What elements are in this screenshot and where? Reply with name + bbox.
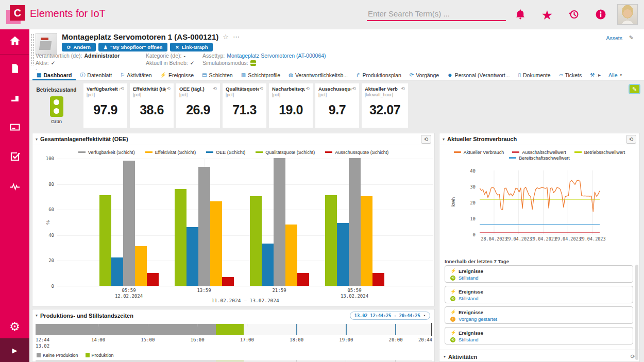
legend-item-verfügbarkeit-schicht[interactable]: Verfügbarkeit (Schicht) [78, 150, 135, 155]
dashboard-edit-button[interactable]: ✎ [629, 84, 640, 94]
time-range-dropdown[interactable]: 13.02 12:44:25 - 20:44:25 ▾ [350, 312, 430, 320]
collapse-triangle-icon[interactable]: ▾ [36, 137, 38, 142]
tab-verantwortlichkeitsb[interactable]: ◍Verantwortlichkeitsb... [284, 70, 352, 80]
lightning-icon: ⚡ [450, 288, 455, 295]
tab-ereignisse[interactable]: ⚡Ereignisse [156, 70, 198, 80]
tab-schichtprofile[interactable]: ▥Schichtprofile [237, 70, 284, 80]
legend-item-produktion[interactable]: Produktion [86, 353, 114, 358]
legend-item-ausschaltschwellwert[interactable]: Ausschaltschwellwert [512, 150, 566, 155]
sidebar-collapse-button[interactable]: ▶ [0, 338, 29, 362]
history-icon[interactable]: ⟲ [213, 86, 217, 91]
event-card[interactable]: ⚡Ereignisse⟲Stillstand [445, 327, 633, 344]
tab-dokumente[interactable]: ▯Dokumente [514, 70, 554, 80]
tab-overflow-chevron-icon[interactable]: ▸ [597, 70, 602, 80]
history-icon[interactable]: ⟲ [166, 86, 171, 91]
tab-datenblatt[interactable]: ⓘDatenblatt [76, 70, 116, 80]
sidebar-item-monitoring[interactable] [0, 172, 29, 201]
bar-ausschussquote-schicht[interactable] [222, 277, 234, 286]
history-icon[interactable]: ⟲ [401, 86, 405, 91]
sidebar-item-cards[interactable] [0, 113, 29, 143]
bar-oee-schicht[interactable] [187, 227, 198, 286]
sidebar-item-settings[interactable]: ⚙ [0, 315, 29, 338]
tab-produktionsplan[interactable]: ↱Produktionsplan [352, 70, 405, 80]
notifications-bell-icon[interactable] [514, 9, 527, 21]
bar-effektivität-schicht[interactable] [285, 225, 297, 286]
bar-ausschussquote-schicht[interactable] [297, 273, 309, 286]
tab-tickets[interactable]: ▱Tickets [555, 70, 586, 80]
bar-qualitätsquote-schicht[interactable] [99, 195, 111, 286]
tab-dashboard[interactable]: ▦Dashboard [32, 70, 76, 80]
timeline-segment-produktion[interactable] [216, 324, 244, 335]
legend-item-betriebsschwellwert[interactable]: Betriebsschwellwert [574, 150, 625, 155]
user-avatar[interactable] [617, 4, 638, 25]
bar-effektivität-schicht[interactable] [361, 196, 372, 286]
legend-item-ausschussquote-schicht[interactable]: Ausschussquote (Schicht) [325, 150, 388, 155]
bar-effektivität-schicht[interactable] [210, 201, 222, 286]
timeline-navigator[interactable] [36, 360, 432, 362]
history-icon[interactable]: ⟲ [352, 86, 356, 91]
bar-oee-schicht[interactable] [111, 257, 123, 286]
legend-item-aktueller-verbrauch[interactable]: Aktueller Verbrauch [454, 150, 504, 155]
tab-personal-verantwort[interactable]: ☻Personal (Verantwort... [443, 70, 514, 80]
history-icon[interactable]: ⟲ [120, 86, 124, 91]
sidebar-item-home[interactable] [0, 29, 29, 55]
bar-qualitätsquote-schicht[interactable] [175, 189, 187, 286]
tab-vorgänge[interactable]: ⟳Vorgänge [405, 70, 443, 80]
event-link[interactable]: Stillstand [459, 336, 479, 343]
event-card[interactable]: ⚡Ereignisse⟲Stillstand [445, 286, 633, 303]
favorites-star-icon[interactable]: ★ [541, 9, 553, 21]
event-link[interactable]: Stillstand [459, 295, 479, 302]
assets-breadcrumb-link[interactable]: Assets [606, 35, 622, 41]
link-graph-button[interactable]: ✕Link-Graph [170, 43, 213, 51]
asset-thumbnail[interactable] [36, 33, 57, 55]
meta-value[interactable]: Montageplatz Servomotoren (AT-000064) [227, 53, 326, 59]
event-link[interactable]: Vorgang gestartet [459, 316, 497, 322]
refresh-icon[interactable]: ⟳ [631, 353, 635, 360]
tab-aktivitäten[interactable]: ⚐Aktivitäten [116, 70, 156, 80]
sidebar-item-documents[interactable] [0, 55, 29, 84]
my-shopfloor-öffnen-button[interactable]: ♟"My Shopfloor" öffnen [98, 43, 167, 51]
edit-pencil-icon[interactable]: ✎ [629, 35, 634, 41]
collapse-triangle-icon[interactable]: ▾ [36, 313, 38, 318]
app-logo[interactable]: C [6, 5, 25, 24]
history-icon[interactable]: ⟲ [306, 86, 310, 91]
bar-effektivität-schicht[interactable] [135, 246, 147, 286]
event-card[interactable]: ⚡Ereignisse⟲Stillstand [445, 265, 633, 283]
history-icon[interactable]: ⟲ [626, 135, 636, 144]
sidebar-item-tasks[interactable] [0, 143, 29, 172]
history-icon[interactable]: ⟲ [259, 86, 263, 91]
tab-all-dropdown[interactable]: Alle ▾ [602, 70, 628, 80]
legend-item-bereitschaftsschwellwert[interactable]: Bereitschaftsschwellwert [509, 156, 570, 161]
bar-verfügbarkeit-schicht[interactable] [349, 158, 361, 286]
more-options-icon[interactable]: ⋯ [233, 33, 240, 41]
favorite-star-icon[interactable]: ☆ [223, 33, 229, 41]
sidebar-item-assets[interactable] [0, 84, 29, 113]
ändern-button[interactable]: ⟳Ändern [62, 43, 96, 51]
bar-oee-schicht[interactable] [337, 223, 349, 286]
bar-qualitätsquote-schicht[interactable] [250, 196, 262, 286]
info-icon[interactable] [595, 9, 607, 21]
legend-item-oee-schicht[interactable]: OEE (Schicht) [206, 150, 245, 155]
legend-item-qualitätsquote-schicht[interactable]: Qualitätsquote (Schicht) [256, 150, 315, 155]
bar-ausschussquote-schicht[interactable] [147, 273, 159, 286]
bar-ausschussquote-schicht[interactable] [372, 273, 384, 286]
event-card[interactable]: ⚡Ereignisse!Vorgang gestartet [445, 306, 633, 324]
collapse-triangle-icon[interactable]: ▾ [444, 354, 446, 359]
history-clock-icon[interactable] [568, 9, 580, 21]
timeline-segment-keine-produktion[interactable] [36, 324, 216, 335]
event-link[interactable]: Stillstand [459, 274, 479, 281]
legend-item-effektivität-schicht[interactable]: Effektivität (Schicht) [145, 150, 196, 155]
bar-oee-schicht[interactable] [262, 244, 274, 286]
bar-verfügbarkeit-schicht[interactable] [274, 158, 285, 286]
search-input[interactable] [367, 7, 506, 21]
tab-servicefälle[interactable]: ⚒Servicefälle [586, 70, 597, 80]
bar-verfügbarkeit-schicht[interactable] [198, 167, 210, 286]
legend-item-keine-produktion[interactable]: Keine Produktion [37, 353, 78, 358]
timeline-bar[interactable] [36, 324, 432, 335]
collapse-triangle-icon[interactable]: ▾ [443, 137, 445, 142]
bar-verfügbarkeit-schicht[interactable] [123, 161, 135, 286]
panel-scrollbar[interactable] [635, 265, 638, 360]
tab-schichten[interactable]: ▤Schichten [198, 70, 237, 80]
history-icon[interactable]: ⟲ [421, 135, 431, 144]
bar-qualitätsquote-schicht[interactable] [325, 195, 337, 286]
